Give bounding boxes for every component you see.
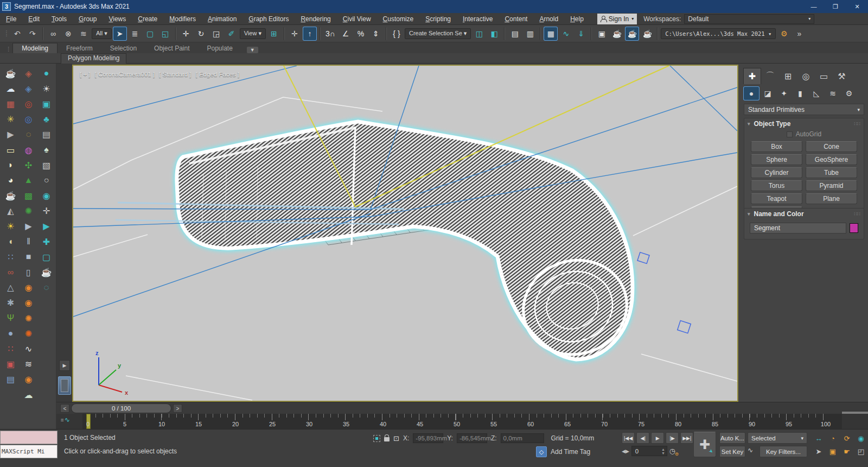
modify-tab[interactable]: ⌒	[761, 68, 779, 84]
corona-cloud-icon[interactable]: ☁	[2, 81, 20, 96]
helpers-category-icon[interactable]: ◺	[808, 86, 825, 100]
primitive-button[interactable]: Sphere	[751, 154, 802, 165]
corona-scatter-icon[interactable]: ∷	[2, 249, 20, 264]
name-color-rollout-header[interactable]: ▾ Name and Color ∷∷	[744, 209, 864, 219]
absolute-offset-toggle-icon[interactable]: ⊡	[393, 434, 399, 443]
select-place-icon[interactable]: ✐	[225, 27, 239, 41]
add-time-tag-label[interactable]: Add Time Tag	[551, 448, 590, 456]
new-key-default-tangent-icon[interactable]: ∿	[748, 446, 753, 454]
phoenix-ocean-icon[interactable]: ☁	[20, 387, 37, 402]
spacewarps-category-icon[interactable]: ≋	[825, 86, 841, 100]
anim-pause-icon[interactable]: ‖	[20, 234, 37, 249]
macro-recorder-field[interactable]	[0, 431, 58, 444]
corona-pyramid-icon[interactable]: △	[2, 280, 20, 295]
scene-explorer-icon[interactable]: ▤	[508, 27, 522, 41]
menu-item[interactable]: Scripting	[419, 14, 457, 24]
viewport-renderer-menu[interactable]: [ Standard ]	[159, 71, 191, 78]
viewport-layout-flyout-button[interactable]: ▶	[59, 360, 70, 371]
phoenix-splash-icon[interactable]: ✺	[20, 311, 37, 326]
corona-light-lister-icon[interactable]: ✳	[2, 112, 20, 127]
menu-item[interactable]: Create	[132, 14, 163, 24]
time-slider-handle[interactable]: 0 / 100	[71, 403, 171, 413]
key-filters-button[interactable]: Key Filters...	[760, 446, 807, 457]
select-move-icon[interactable]: ✛	[179, 27, 193, 41]
previous-frame-arrow[interactable]: <	[60, 404, 69, 413]
primitive-button[interactable]: Tube	[806, 167, 857, 178]
corona-select-icon[interactable]: ▣	[2, 357, 20, 372]
shapes-category-icon[interactable]: ◪	[760, 86, 776, 100]
camera-projector-icon[interactable]: ▶	[2, 127, 20, 142]
isolate-selection-icon[interactable]	[373, 435, 380, 442]
render-flyout-icon[interactable]: ⚙	[777, 27, 791, 41]
layer-explorer-icon[interactable]: ▥	[523, 27, 537, 41]
selection-filter-dropdown[interactable]: All ▾	[92, 28, 112, 39]
track-bar[interactable]: ∿ 05101520253035404550556065707580859095…	[56, 414, 868, 429]
video-post-icon[interactable]: ▶	[37, 219, 55, 234]
time-tag-icon[interactable]: ◇	[536, 446, 547, 457]
forest-library-icon[interactable]: ▧	[37, 157, 55, 173]
forest-tree-icon[interactable]: ♠	[37, 142, 55, 157]
phoenix-fire-preset-icon[interactable]: ◎	[20, 96, 37, 111]
menu-item[interactable]: Arnold	[533, 14, 564, 24]
primitive-button[interactable]: Cylinder	[751, 167, 802, 178]
x-coord-field[interactable]: -95,893mm	[413, 433, 443, 443]
forest-pack-icon[interactable]: ♣	[37, 112, 55, 127]
maximize-viewport-icon[interactable]: ◰	[854, 445, 868, 458]
corona-doc-icon[interactable]: ▤	[2, 372, 20, 387]
named-selection-sets-icon[interactable]: { }	[390, 27, 404, 41]
ribbon-options-icon[interactable]: ▼	[247, 47, 258, 53]
phoenix-drop-icon[interactable]: ◉	[20, 372, 37, 387]
viewport-pov-menu[interactable]: [ CoronaCamera001 ]	[95, 71, 155, 78]
select-object-icon[interactable]: ➤	[113, 27, 127, 41]
utilities-tab[interactable]: ⚒	[833, 68, 851, 84]
bulb-off-icon[interactable]: ◌	[37, 280, 55, 295]
corona-plane-icon[interactable]: ▭	[2, 142, 20, 157]
layers-icon[interactable]: ◉	[37, 188, 55, 204]
primitive-button[interactable]: Box	[751, 141, 802, 152]
trackbar-ruler[interactable]: 0510152025303540455055606570758085909510…	[82, 414, 842, 429]
auto-key-button[interactable]: Auto K...	[719, 432, 745, 444]
menu-item[interactable]: File	[0, 14, 22, 24]
percent-snap-icon[interactable]: %	[354, 27, 368, 41]
next-frame-arrow[interactable]: >	[173, 404, 182, 413]
corona-grass-icon[interactable]: Ψ	[2, 311, 20, 326]
viewport[interactable]: x y z [ + ] [ CoronaCamera001 ] [ Standa…	[72, 65, 738, 402]
pan-gizmo-icon[interactable]: ✛	[37, 204, 55, 219]
corona-teapot-icon[interactable]: ☕	[2, 66, 20, 81]
minimize-button[interactable]: —	[803, 0, 825, 13]
select-by-name-icon[interactable]: ≣	[128, 27, 142, 41]
primitive-button[interactable]: Torus	[751, 180, 802, 191]
go-to-start-button[interactable]: |◀◀	[622, 432, 635, 444]
select-scale-icon[interactable]: ◲	[209, 27, 224, 41]
orbit-camera-icon[interactable]: ◉	[854, 432, 868, 445]
render-production-icon[interactable]: ☕	[640, 27, 654, 41]
perspective-icon[interactable]: ➤	[812, 445, 826, 458]
previous-frame-button[interactable]: ◀|	[636, 432, 649, 444]
named-selection-set-dropdown[interactable]: Create Selection Se ▾	[405, 28, 471, 39]
rendered-frame-icon[interactable]: ☕	[625, 27, 639, 41]
next-frame-button[interactable]: |▶	[666, 432, 679, 444]
sign-in-button[interactable]: Sign In ▾	[597, 14, 637, 24]
menu-item[interactable]: Content	[499, 14, 533, 24]
menu-item[interactable]: Modifiers	[163, 14, 202, 24]
select-link-icon[interactable]: ∞	[46, 27, 60, 41]
object-type-rollout-header[interactable]: ▾ Object Type ∷∷	[744, 118, 864, 129]
selection-lock-icon[interactable]	[384, 437, 390, 441]
motion-tab[interactable]: ◎	[797, 68, 815, 84]
render-monitor-icon[interactable]: ▢	[37, 249, 55, 264]
select-rotate-icon[interactable]: ↻	[194, 27, 208, 41]
dolly-camera-icon[interactable]: ↔	[812, 432, 826, 445]
anim-stop-icon[interactable]: ■	[20, 249, 37, 264]
workspace-dropdown[interactable]: Default ▾	[684, 14, 814, 24]
y-coord-field[interactable]: -86,545mm	[457, 433, 487, 443]
corona-sun-white-icon[interactable]: ☀	[37, 81, 55, 96]
set-key-button[interactable]: Set Key	[719, 446, 745, 457]
itoo-network-icon[interactable]: ✣	[20, 157, 37, 173]
material-editor-icon[interactable]: ▣	[595, 27, 609, 41]
ribbon-tab[interactable]: Object Paint	[145, 43, 198, 53]
close-button[interactable]: ✕	[846, 0, 868, 13]
corona-multiballs-icon[interactable]: ∷	[2, 341, 20, 356]
corona-dome-icon[interactable]: ◗	[2, 157, 20, 173]
frame-spinner[interactable]: ▲ ▼	[661, 447, 665, 455]
schematic-view-icon[interactable]: ⇓	[574, 27, 588, 41]
